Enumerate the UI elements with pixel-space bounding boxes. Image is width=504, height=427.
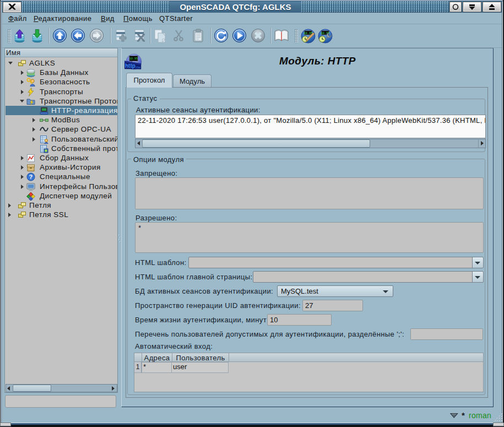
svg-text:?: ?	[29, 174, 32, 180]
svg-text:10.95: 10.95	[129, 57, 138, 61]
svg-text:://w: ://w	[135, 66, 140, 69]
svg-text:http: http	[125, 63, 136, 69]
